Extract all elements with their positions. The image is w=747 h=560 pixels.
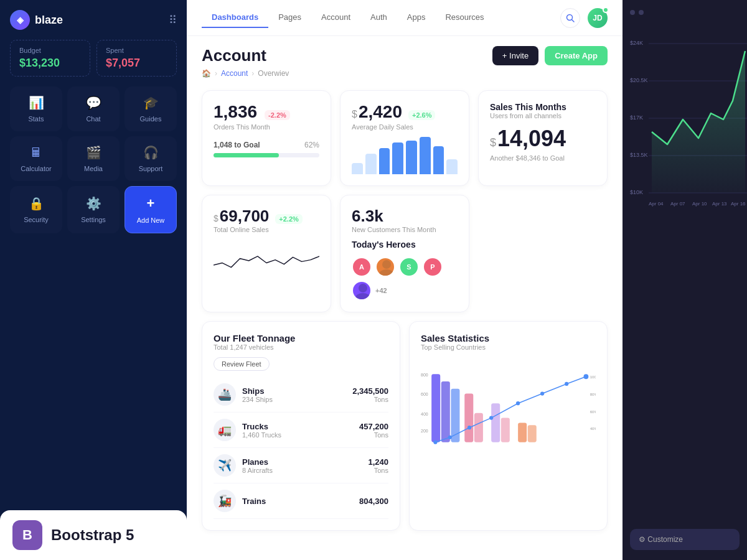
sidebar-item-chat[interactable]: 💬 Chat bbox=[67, 86, 120, 131]
logo-icon: ◈ bbox=[10, 10, 30, 30]
hero-avatar-3: S bbox=[399, 257, 419, 277]
spent-label: Spent bbox=[106, 47, 167, 54]
svg-text:Apr 16: Apr 16 bbox=[731, 201, 746, 207]
sidebar: ◈ blaze ⠿ Budget $13,230 Spent $7,057 📊 … bbox=[0, 0, 187, 560]
settings-label: Settings bbox=[81, 216, 106, 223]
svg-rect-17 bbox=[518, 422, 527, 442]
breadcrumb-overview: Overwiev bbox=[258, 69, 289, 78]
panel-sales-chart: $24K $20.5K $17K $13.5K $10K Apr 04 bbox=[630, 20, 747, 219]
trucks-name: Trucks bbox=[242, 422, 281, 431]
sales-stats-card: Sales Statistics Top Selling Countries 8… bbox=[409, 321, 608, 531]
tab-resources[interactable]: Resources bbox=[435, 7, 494, 28]
guides-icon: 🎓 bbox=[143, 95, 159, 110]
settings-icon: ⚙️ bbox=[86, 196, 101, 211]
fleet-row-ships: 🚢 Ships 234 Ships 2,345,500 Tons bbox=[214, 377, 388, 413]
sidebar-item-support[interactable]: 🎧 Support bbox=[125, 136, 177, 181]
hero-avatar-1: A bbox=[352, 257, 372, 277]
svg-text:Apr 07: Apr 07 bbox=[670, 201, 685, 207]
planes-count: 8 Aircrafts bbox=[242, 467, 273, 474]
svg-point-19 bbox=[433, 441, 437, 444]
fleet-row-trains: 🚂 Trains 804,300 bbox=[214, 483, 388, 519]
tab-dashboards[interactable]: Dashboards bbox=[202, 7, 268, 28]
user-avatar[interactable]: JD bbox=[588, 8, 608, 28]
sidebar-item-media[interactable]: 🎬 Media bbox=[67, 136, 120, 181]
planes-unit: Tons bbox=[368, 467, 388, 474]
sidebar-item-add-new[interactable]: + Add New bbox=[125, 186, 177, 233]
tab-apps[interactable]: Apps bbox=[397, 7, 436, 28]
fleet-row-trucks: 🚛 Trucks 1,460 Trucks 457,200 Tons bbox=[214, 413, 388, 448]
sales-stats-subtitle: Top Selling Countries bbox=[421, 343, 596, 351]
invite-button[interactable]: + Invite bbox=[492, 46, 538, 65]
svg-rect-14 bbox=[474, 413, 483, 442]
nav-tabs: Dashboards Pages Account Auth Apps Resou… bbox=[202, 7, 494, 28]
heroes-title: Today's Heroes bbox=[352, 240, 458, 250]
sales-month-value: 14,094 bbox=[497, 126, 566, 152]
svg-rect-16 bbox=[501, 418, 510, 442]
new-customers-label: New Customers This Month bbox=[352, 226, 458, 233]
planes-name: Planes bbox=[242, 457, 273, 467]
daily-sales-chart bbox=[352, 137, 458, 174]
svg-point-24 bbox=[540, 391, 544, 395]
budget-label: Budget bbox=[19, 47, 81, 54]
fleet-subtitle: Total 1,247 vehicles bbox=[214, 343, 388, 351]
right-panel: $24K $20.5K $17K $13.5K $10K Apr 04 bbox=[622, 0, 747, 560]
hero-avatar-5 bbox=[352, 281, 372, 301]
search-button[interactable] bbox=[560, 8, 580, 28]
page-header: Account 🏠 › Account › Overwiev + Invite … bbox=[187, 36, 622, 83]
svg-text:400: 400 bbox=[421, 412, 428, 416]
breadcrumb: 🏠 › Account › Overwiev bbox=[202, 69, 289, 78]
svg-text:$13.5K: $13.5K bbox=[630, 152, 648, 158]
heroes-count: +42 bbox=[375, 287, 387, 294]
sales-month-card: Sales This Months Users from all channel… bbox=[478, 90, 608, 186]
tab-account[interactable]: Account bbox=[311, 7, 360, 28]
svg-text:$17K: $17K bbox=[630, 114, 643, 121]
svg-point-3 bbox=[379, 269, 394, 277]
customize-button[interactable]: ⚙ Customize bbox=[630, 529, 740, 550]
sidebar-item-stats[interactable]: 📊 Stats bbox=[10, 86, 62, 131]
svg-text:$10K: $10K bbox=[630, 189, 643, 195]
breadcrumb-account[interactable]: Account bbox=[221, 69, 248, 78]
tab-auth[interactable]: Auth bbox=[360, 7, 397, 28]
ships-unit: Tons bbox=[352, 396, 388, 403]
sidebar-item-calculator[interactable]: 🖩 Calculator bbox=[10, 136, 62, 181]
sales-stats-svg: 800 600 400 200 bbox=[421, 358, 596, 458]
online-sales-value: 69,700 bbox=[220, 207, 270, 226]
sidebar-item-guides[interactable]: 🎓 Guides bbox=[125, 86, 177, 131]
add-new-icon: + bbox=[147, 195, 155, 212]
sales-month-prefix: $ bbox=[490, 136, 496, 149]
sidebar-grid-menu: 📊 Stats 💬 Chat 🎓 Guides 🖩 Calculator 🎬 M… bbox=[10, 86, 177, 233]
security-icon: 🔒 bbox=[29, 196, 44, 211]
review-fleet-button[interactable]: Review Fleet bbox=[214, 357, 270, 371]
security-label: Security bbox=[24, 216, 49, 223]
create-app-button[interactable]: Create App bbox=[545, 46, 608, 65]
fleet-row-planes: ✈️ Planes 8 Aircrafts 1,240 Tons bbox=[214, 448, 388, 483]
svg-marker-41 bbox=[652, 51, 745, 193]
dot-2 bbox=[639, 10, 644, 15]
guides-label: Guides bbox=[140, 115, 162, 123]
orders-value: 1,836 bbox=[214, 102, 257, 122]
svg-point-20 bbox=[448, 436, 452, 439]
trucks-icon: 🚛 bbox=[214, 419, 236, 441]
svg-point-25 bbox=[565, 382, 568, 386]
sidebar-item-security[interactable]: 🔒 Security bbox=[10, 186, 62, 233]
svg-text:600: 600 bbox=[421, 392, 428, 396]
sidebar-item-settings[interactable]: ⚙️ Settings bbox=[67, 186, 120, 233]
sales-month-subtitle: Users from all channels bbox=[490, 112, 596, 119]
hero-avatar-4: P bbox=[423, 257, 443, 277]
nav-right: JD bbox=[560, 8, 608, 28]
bootstrap-badge: B Bootstrap 5 bbox=[0, 510, 187, 560]
svg-point-26 bbox=[583, 374, 588, 379]
chat-label: Chat bbox=[86, 115, 100, 123]
trains-value: 804,300 bbox=[359, 497, 388, 506]
bootstrap-icon: B bbox=[12, 520, 42, 550]
tab-pages[interactable]: Pages bbox=[268, 7, 311, 28]
daily-sales-value: 2,420 bbox=[359, 102, 402, 122]
orders-label: Orders This Month bbox=[214, 123, 319, 131]
stats-icon: 📊 bbox=[29, 95, 44, 110]
page-title: Account bbox=[202, 46, 289, 65]
hero-avatar-2 bbox=[375, 257, 395, 277]
online-sales-prefix: $ bbox=[214, 213, 218, 223]
sidebar-toggle-icon[interactable]: ⠿ bbox=[169, 13, 177, 27]
panel-chart-area: $24K $20.5K $17K $13.5K $10K Apr 04 bbox=[630, 20, 740, 550]
svg-rect-11 bbox=[441, 381, 450, 442]
